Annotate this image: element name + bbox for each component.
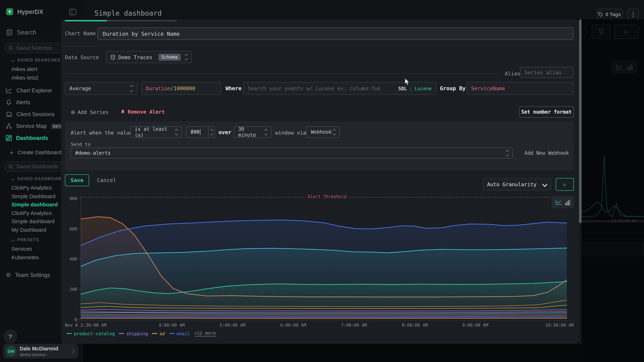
database-icon xyxy=(110,54,116,60)
over-label: over xyxy=(218,129,231,135)
aggregation-select[interactable]: Average xyxy=(65,82,137,95)
play-chart-button[interactable]: ▷ xyxy=(556,178,574,191)
group-by-field[interactable]: ServiceName xyxy=(466,82,573,95)
select-chevrons-icon xyxy=(265,129,267,135)
remove-alert-button[interactable]: Remove Alert xyxy=(120,109,165,115)
preset-item-kubernetes[interactable]: Kubernetes xyxy=(12,254,39,260)
chart-area: 800 600 400 200 0 Alert Threshold Nov 6 … xyxy=(65,193,574,339)
tags-button[interactable]: 0 Tags xyxy=(596,8,623,20)
alert-threshold-input[interactable]: 800 xyxy=(186,126,215,138)
create-dashboard-button[interactable]: + Create Dashboard xyxy=(10,149,61,156)
chart-name-input[interactable]: Duration by Service Name xyxy=(97,27,573,40)
saved-dashboards-header[interactable]: SAVED DASHBOARDS xyxy=(12,176,68,181)
alias-label: Alias xyxy=(505,71,520,77)
sidebar-item-search[interactable]: Search xyxy=(6,29,36,36)
bell-icon xyxy=(6,99,12,105)
brand[interactable]: HyperDX xyxy=(6,8,43,15)
legend-item[interactable]: email xyxy=(169,331,190,336)
sidebar-item-label: Dashboards xyxy=(16,135,48,141)
legend-dash xyxy=(119,333,124,334)
sidebar-item-client-sessions[interactable]: Client Sessions xyxy=(6,111,54,117)
alias-input[interactable]: Series alias xyxy=(520,67,573,78)
edit-chart-modal: Chart Name Duration by Service Name Data… xyxy=(61,19,579,344)
expression-operator: / xyxy=(170,85,174,91)
user-org: demo-service - xyxy=(20,352,58,357)
legend-item[interactable]: ad xyxy=(152,331,165,336)
dashboards-grid-icon xyxy=(6,135,12,141)
chevron-right-icon xyxy=(70,349,74,353)
granularity-select[interactable]: Auto Granularity xyxy=(483,178,551,191)
chart-legend: product-catalog shipping ad email +12 mo… xyxy=(66,331,216,336)
number-spinner[interactable] xyxy=(208,127,214,137)
y-tick: 600 xyxy=(65,226,77,231)
lucene-toggle[interactable]: Lucene xyxy=(415,86,432,91)
expression-field[interactable]: Duration/1000000 xyxy=(141,82,221,95)
sidebar-collapse-icon[interactable] xyxy=(69,8,76,15)
preset-item-services[interactable]: Services xyxy=(12,246,32,252)
set-number-format-button[interactable]: Set number format xyxy=(519,106,574,118)
legend-item[interactable]: shipping xyxy=(119,331,148,336)
saved-searches-header[interactable]: SAVED SEARCHES xyxy=(12,57,60,62)
mouse-cursor xyxy=(404,78,411,86)
sidebar-item-chart-explorer[interactable]: Chart Explorer xyxy=(6,87,52,93)
legend-dash xyxy=(169,333,174,334)
alert-channel-select[interactable]: Webhook xyxy=(306,126,340,138)
chart-canvas[interactable] xyxy=(65,193,574,321)
saved-searches-placeholder: Saved Searches xyxy=(16,45,52,51)
saved-search-item[interactable]: mikes tets2 xyxy=(12,75,38,81)
legend-item[interactable]: product-catalog xyxy=(66,331,115,336)
cancel-button[interactable]: Cancel xyxy=(97,177,116,183)
alert-window-select[interactable]: 30 minute xyxy=(234,126,271,138)
y-tick: 0 xyxy=(65,317,77,322)
modal-scrollbar[interactable] xyxy=(579,19,582,344)
saved-search-item[interactable]: mikes alert xyxy=(12,66,37,72)
presets-header[interactable]: PRESETS xyxy=(12,237,39,242)
webhook-select[interactable]: #demo-alerts xyxy=(71,148,513,159)
chart-type-toggle[interactable] xyxy=(552,196,574,208)
sidebar-item-label: Alerts xyxy=(16,99,30,105)
brand-name: HyperDX xyxy=(17,8,43,15)
saved-dashboards-placeholder: Saved Dashboards xyxy=(16,164,58,169)
sidebar-item-label: Search xyxy=(17,29,36,36)
user-name: Dale McDiarmid xyxy=(20,346,58,351)
dashboard-list-item[interactable]: ClickPy Analytics xyxy=(12,184,52,191)
sidebar-item-label: Client Sessions xyxy=(16,111,55,117)
gear-icon: ⚙ xyxy=(6,272,11,278)
help-button[interactable]: ? xyxy=(3,330,17,344)
avatar: DM xyxy=(6,346,16,357)
bar-chart-icon xyxy=(565,199,570,205)
add-series-button[interactable]: ⊕ Add Series xyxy=(71,109,108,115)
line-chart-icon xyxy=(6,87,12,93)
dashboard-list-item[interactable]: Simple dashboard xyxy=(12,218,54,224)
x-tick: 7:00:00 AM xyxy=(334,323,374,328)
save-button[interactable]: Save xyxy=(65,175,89,186)
sidebar-item-alerts[interactable]: Alerts xyxy=(6,99,30,105)
y-tick: 800 xyxy=(65,196,77,201)
dashboard-list-item[interactable]: ClickPy Analytics xyxy=(12,210,52,216)
dashboard-list-item-active[interactable]: Simple dashboard xyxy=(12,201,58,207)
legend-more-button[interactable]: +12 more xyxy=(194,331,216,336)
legend-dash xyxy=(152,333,158,334)
dashboard-list-item[interactable]: Simple Dashboard xyxy=(12,193,56,199)
add-new-webhook-button[interactable]: Add New Webhook xyxy=(524,150,569,156)
dashboard-list-item[interactable]: My Dashboard xyxy=(12,227,46,233)
user-card[interactable]: DM Dale McDiarmid demo-service - xyxy=(3,344,78,359)
select-chevrons-icon xyxy=(175,129,178,135)
more-menu-button[interactable]: ⋮ xyxy=(627,8,639,20)
scrollbar-thumb[interactable] xyxy=(579,19,582,223)
data-source-select[interactable]: Demo Traces Schema xyxy=(106,51,192,63)
alert-threshold-label: Alert Threshold xyxy=(306,194,349,199)
select-chevrons-icon xyxy=(130,86,133,91)
laptop-icon xyxy=(6,111,12,117)
select-chevrons-icon xyxy=(185,54,187,60)
top-header: Simple dashboard 0 Tags ⋮ xyxy=(82,0,644,19)
sidebar-item-dashboards[interactable]: Dashboards xyxy=(6,135,48,141)
send-to-label: Send to xyxy=(71,142,90,147)
hyperdx-logo-icon xyxy=(6,8,13,15)
x-tick: 8:00:00 AM xyxy=(394,323,436,328)
sidebar-item-team-settings[interactable]: ⚙ Team Settings xyxy=(6,272,50,278)
alert-condition-select[interactable]: is at least (≥) xyxy=(130,126,182,138)
sidebar-item-service-map[interactable]: Service Map BETA xyxy=(6,123,65,129)
legend-dash xyxy=(66,333,72,334)
sql-toggle[interactable]: SQL xyxy=(398,86,407,91)
